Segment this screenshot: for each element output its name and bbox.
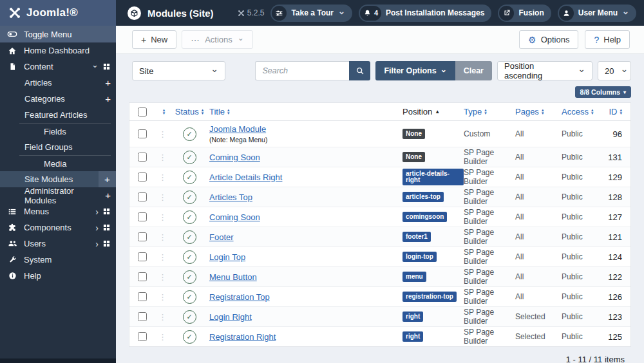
status-published-icon[interactable]: ✓: [183, 171, 196, 184]
row-title-link[interactable]: Coming Soon: [209, 153, 260, 162]
actions-button[interactable]: ⋯ Actions ⌄: [182, 30, 253, 49]
drag-handle-icon[interactable]: ⋮: [155, 153, 169, 162]
id-column-header[interactable]: ID▴▾: [609, 107, 622, 116]
sidebar-item-media[interactable]: Media: [19, 155, 111, 171]
drag-handle-icon[interactable]: ⋮: [155, 129, 169, 139]
row-title-link[interactable]: Login Right: [209, 312, 252, 322]
row-title-link[interactable]: Login Top: [209, 252, 245, 262]
drag-handle-icon[interactable]: ⋮: [155, 212, 169, 222]
status-published-icon[interactable]: ✓: [183, 270, 196, 284]
status-column-header[interactable]: Status▴▾: [175, 107, 204, 116]
status-published-icon[interactable]: ✓: [183, 290, 196, 304]
filter-options-button[interactable]: Filter Options ⌄: [375, 61, 455, 80]
content-dashboard-grid-icon[interactable]: [102, 62, 111, 71]
sidebar-item-help[interactable]: Help: [0, 268, 116, 284]
row-title-link[interactable]: Menu Button: [209, 272, 257, 282]
row-type: SP Page Builder: [464, 208, 515, 226]
drag-handle-icon[interactable]: ⋮: [155, 252, 169, 262]
drag-handle-icon[interactable]: ⋮: [155, 332, 169, 342]
drag-handle-icon[interactable]: ⋮: [155, 232, 169, 242]
row-checkbox[interactable]: [138, 312, 147, 321]
sidebar-item-articles[interactable]: Articles +: [0, 75, 116, 91]
row-checkbox[interactable]: [138, 153, 147, 162]
toggle-menu-button[interactable]: Toggle Menu: [0, 26, 116, 42]
row-checkbox[interactable]: [138, 129, 147, 138]
drag-handle-icon[interactable]: ⋮: [155, 292, 169, 302]
row-pages: All: [515, 212, 562, 221]
row-title-link[interactable]: Articles Top: [209, 192, 252, 202]
sidebar-item-fields[interactable]: Fields: [19, 123, 111, 139]
row-title-link[interactable]: Article Details Right: [209, 172, 282, 182]
client-select[interactable]: Site ⌄: [132, 61, 225, 80]
clear-button[interactable]: Clear: [455, 61, 492, 80]
access-column-header[interactable]: Access▴▾: [562, 107, 593, 116]
row-title-link[interactable]: Footer: [209, 232, 234, 242]
plus-icon[interactable]: +: [99, 171, 116, 187]
fusion-button[interactable]: Fusion: [498, 5, 551, 22]
row-checkbox[interactable]: [138, 332, 147, 341]
take-a-tour-button[interactable]: Take a Tour ⌄: [270, 5, 352, 22]
sidebar-item-content[interactable]: Content ⌄: [0, 59, 116, 75]
drag-handle-icon[interactable]: ⋮: [155, 192, 169, 202]
options-button[interactable]: ⚙ Options: [519, 30, 578, 49]
search-input[interactable]: [255, 61, 349, 80]
plus-icon[interactable]: +: [105, 191, 111, 200]
sidebar-item-administrator-modules[interactable]: Administrator Modules +: [0, 187, 116, 203]
row-pages: All: [515, 292, 562, 301]
drag-handle-icon[interactable]: ⋮: [155, 312, 169, 322]
row-title-link[interactable]: Coming Soon: [209, 212, 260, 222]
status-published-icon[interactable]: ✓: [183, 310, 196, 324]
menus-dashboard-grid-icon[interactable]: [102, 207, 111, 216]
row-checkbox[interactable]: [138, 192, 147, 201]
sidebar-item-featured-articles[interactable]: Featured Articles: [0, 107, 116, 123]
row-checkbox[interactable]: [138, 172, 147, 182]
sidebar-item-field-groups[interactable]: Field Groups: [0, 139, 116, 155]
sidebar-item-home-dashboard[interactable]: Home Dashboard: [0, 42, 116, 59]
drag-handle-icon[interactable]: ⋮: [155, 172, 169, 182]
row-checkbox[interactable]: [138, 252, 147, 261]
status-published-icon[interactable]: ✓: [183, 151, 196, 164]
user-menu-button[interactable]: User Menu ⌄: [558, 5, 636, 22]
row-checkbox[interactable]: [138, 232, 147, 241]
help-button[interactable]: ? Help: [585, 30, 630, 49]
columns-toggle-button[interactable]: 8/8 Columns ▾: [575, 86, 631, 98]
list-limit-select[interactable]: 20 ⌄: [598, 61, 631, 80]
row-title-link[interactable]: Joomla Module: [209, 124, 266, 134]
row-checkbox[interactable]: [138, 272, 147, 281]
sidebar-item-menus[interactable]: Menus ›: [0, 203, 116, 219]
row-checkbox[interactable]: [138, 212, 147, 221]
ordering-sort-header[interactable]: ▴▾: [160, 109, 165, 115]
row-title-link[interactable]: Registration Right: [209, 332, 276, 342]
title-column-header[interactable]: Title▴▾: [209, 107, 230, 116]
row-checkbox[interactable]: [138, 292, 147, 301]
post-installation-messages-button[interactable]: 4 Post Installation Messages: [359, 5, 492, 22]
plus-icon[interactable]: +: [105, 78, 111, 88]
status-published-icon[interactable]: ✓: [183, 191, 196, 204]
status-published-icon[interactable]: ✓: [183, 250, 196, 264]
plus-icon[interactable]: +: [105, 94, 111, 104]
sort-select[interactable]: Position ascending ⌄: [497, 61, 592, 80]
logo-block[interactable]: Joomla!®: [0, 0, 116, 26]
type-column-header[interactable]: Type▴▾: [464, 107, 487, 116]
row-access: Public: [562, 292, 609, 301]
sidebar-item-system[interactable]: System: [0, 252, 116, 268]
sidebar-item-components[interactable]: Components ›: [0, 219, 116, 236]
search-button[interactable]: [349, 61, 370, 80]
sidebar-item-site-modules[interactable]: Site Modules +: [0, 171, 116, 187]
users-dashboard-grid-icon[interactable]: [102, 239, 111, 248]
status-published-icon[interactable]: ✓: [183, 210, 196, 224]
drag-handle-icon[interactable]: ⋮: [155, 272, 169, 282]
row-title-link[interactable]: Registration Top: [209, 292, 270, 302]
new-button[interactable]: + New: [132, 30, 176, 49]
position-badge: article-details-right: [402, 169, 464, 185]
components-dashboard-grid-icon[interactable]: [102, 223, 111, 232]
position-column-header[interactable]: Position▲: [402, 107, 440, 116]
status-published-icon[interactable]: ✓: [183, 330, 196, 344]
position-badge: None: [402, 129, 425, 139]
status-published-icon[interactable]: ✓: [183, 230, 196, 244]
sidebar-item-categories[interactable]: Categories +: [0, 91, 116, 107]
sidebar-item-users[interactable]: Users ›: [0, 236, 116, 252]
status-published-icon[interactable]: ✓: [183, 127, 196, 141]
select-all-checkbox[interactable]: [138, 107, 147, 116]
pages-column-header[interactable]: Pages▴▾: [515, 107, 544, 116]
